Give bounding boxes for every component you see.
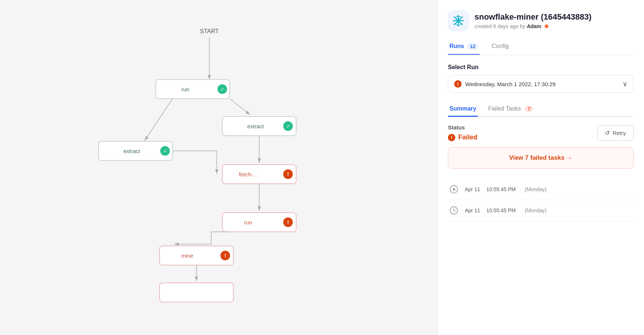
snowflake-icon xyxy=(452,14,465,27)
flow-panel: START run ✓ extract ✓ extract ✓ fetch-..… xyxy=(0,0,437,335)
timeline-day-0: (Monday) xyxy=(525,186,547,192)
tab-config[interactable]: Config xyxy=(490,38,510,55)
status-value: ! Failed xyxy=(448,133,477,141)
svg-text:✓: ✓ xyxy=(286,123,290,129)
node-bottom[interactable] xyxy=(160,283,233,302)
timeline-clock-icon xyxy=(448,204,460,216)
svg-line-5 xyxy=(230,99,250,115)
panel-header: snowflake-miner (1645443883) created 6 d… xyxy=(438,0,644,55)
timeline-time-0: 10:55:45 PM xyxy=(486,186,520,192)
view-failed-tasks-button[interactable]: View 7 failed tasks → xyxy=(448,147,634,169)
run-date: Wednesday, March 1 2022, 17:30:29 xyxy=(465,81,619,87)
select-run-label: Select Run xyxy=(448,64,634,71)
svg-text:run: run xyxy=(181,86,189,92)
svg-text:!: ! xyxy=(225,253,226,258)
timeline-entry-1: Apr 11 10:55:45 PM (Monday) xyxy=(448,200,634,221)
app-subtitle: created 6 days ago by Adam xyxy=(475,23,634,29)
timeline-time-1: 10:55:45 PM xyxy=(486,207,520,213)
svg-text:run: run xyxy=(244,219,252,226)
svg-marker-34 xyxy=(453,188,456,191)
retry-icon: ↺ xyxy=(605,129,610,136)
svg-text:!: ! xyxy=(287,171,289,177)
app-title: snowflake-miner (1645443883) xyxy=(475,12,634,22)
online-dot xyxy=(545,24,548,28)
svg-text:!: ! xyxy=(287,219,289,225)
status-failed: Failed xyxy=(458,133,477,141)
svg-line-6 xyxy=(145,99,172,141)
start-label: START xyxy=(200,28,219,34)
sub-tab-failed-tasks[interactable]: Failed Tasks 7 xyxy=(487,102,535,117)
retry-button[interactable]: ↺ Retry xyxy=(597,125,634,141)
right-panel: snowflake-miner (1645443883) created 6 d… xyxy=(437,0,644,335)
svg-text:✓: ✓ xyxy=(220,87,225,92)
run-error-icon: ! xyxy=(454,80,462,88)
panel-body: Select Run ! Wednesday, March 1 2022, 17… xyxy=(438,55,644,230)
status-label: Status xyxy=(448,124,477,131)
timeline-date-1: Apr 11 xyxy=(465,207,481,213)
app-title-group: snowflake-miner (1645443883) created 6 d… xyxy=(475,12,634,29)
sub-tabs: Summary Failed Tasks 7 xyxy=(448,102,634,117)
status-group: Status ! Failed xyxy=(448,124,477,141)
failed-tasks-badge: 7 xyxy=(525,106,533,112)
timeline-play-icon xyxy=(448,183,460,195)
svg-text:fetch-...: fetch-... xyxy=(239,171,257,177)
tabs: Runs 12 Config xyxy=(448,38,634,55)
sub-tab-summary[interactable]: Summary xyxy=(448,102,478,117)
runs-badge: 12 xyxy=(467,43,478,50)
timeline-date-0: Apr 11 xyxy=(465,186,481,192)
svg-text:✓: ✓ xyxy=(163,148,167,154)
svg-text:extract: extract xyxy=(247,123,264,129)
svg-text:extract: extract xyxy=(123,148,140,154)
status-error-icon: ! xyxy=(448,134,455,141)
tab-runs[interactable]: Runs 12 xyxy=(448,38,480,55)
status-row: Status ! Failed ↺ Retry xyxy=(448,124,634,141)
app-identity: snowflake-miner (1645443883) created 6 d… xyxy=(448,10,634,31)
run-selector[interactable]: ! Wednesday, March 1 2022, 17:30:29 ∨ xyxy=(448,75,634,93)
chevron-down-icon: ∨ xyxy=(623,80,627,88)
timeline-entry-0: Apr 11 10:55:45 PM (Monday) xyxy=(448,179,634,200)
svg-line-37 xyxy=(454,210,455,211)
svg-text:mine: mine xyxy=(181,253,193,259)
timeline-day-1: (Monday) xyxy=(525,207,547,213)
app-icon xyxy=(448,10,469,31)
